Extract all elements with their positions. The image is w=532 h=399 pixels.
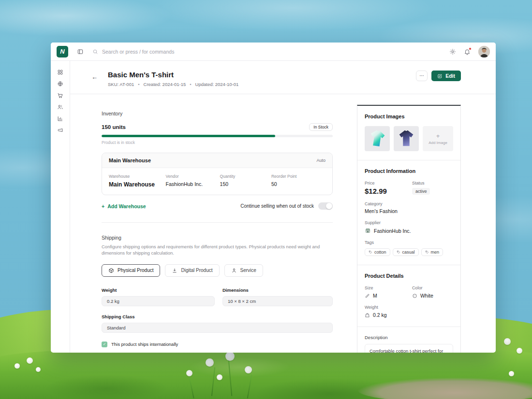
type-digital-product-button[interactable]: Digital Product	[165, 264, 219, 277]
meta-separator: •	[138, 82, 139, 87]
page-header: ← Basic Men's T-shirt SKU: AT-001 • Crea…	[70, 61, 496, 94]
app-body: ← Basic Men's T-shirt SKU: AT-001 • Crea…	[51, 61, 496, 353]
users-icon	[57, 104, 63, 110]
sidebar-item-products[interactable]	[55, 79, 66, 88]
app-logo[interactable]: N	[57, 46, 68, 57]
type-physical-product-button[interactable]: Physical Product	[102, 264, 160, 277]
warehouse-card-title: Main Warehouse	[109, 157, 151, 163]
color-group: Color White	[412, 285, 453, 299]
flower	[245, 366, 252, 373]
international-shipping-row: ✓ This product ships internationally	[102, 342, 333, 347]
product-type-row: Physical Product Digital Product	[102, 264, 333, 277]
description-section: Description Comfortable cotton t-shirt p…	[357, 327, 460, 353]
shipping-class-input[interactable]	[102, 323, 333, 333]
category-label: Category	[365, 201, 453, 206]
tag-pill[interactable]: casual	[393, 248, 419, 256]
international-shipping-checkbox[interactable]: ✓	[102, 342, 107, 347]
stock-progress-track	[102, 135, 333, 137]
warehouse-card-body: Warehouse Main Warehouse Vendor FashionH…	[102, 168, 332, 195]
supplier-label: Supplier	[365, 220, 453, 225]
palette-icon	[412, 293, 417, 299]
warehouse-field: Quantity 150	[220, 174, 271, 188]
sidebar-item-orders[interactable]	[55, 91, 66, 100]
stock-note: Product is in stock	[102, 140, 333, 145]
field-value: 150	[220, 181, 271, 187]
color-value: White	[420, 293, 433, 299]
size-value-row: M	[365, 293, 412, 299]
sidebar-item-marketing[interactable]	[55, 126, 66, 134]
sidebar-item-dashboard[interactable]	[55, 68, 66, 76]
weight-dimensions-grid: Weight Dimensions	[102, 287, 333, 306]
category-group: Category Men's Fashion	[365, 201, 453, 214]
sidebar-item-customers[interactable]	[55, 102, 66, 111]
flower	[186, 370, 192, 376]
tag-icon	[369, 250, 372, 254]
updated-text: Updated: 2024-10-01	[195, 82, 239, 87]
type-service-button[interactable]: Service	[224, 264, 263, 277]
more-button[interactable]: ⋯	[416, 71, 428, 81]
settings-button[interactable]	[449, 48, 456, 55]
flower	[217, 374, 222, 380]
avatar[interactable]	[478, 46, 490, 57]
tags-group: Tags cotton casual	[365, 240, 453, 256]
tags-label: Tags	[365, 240, 453, 245]
dimensions-input[interactable]	[222, 296, 333, 306]
sidebar-toggle-button[interactable]	[77, 48, 84, 55]
weight-input[interactable]	[102, 296, 215, 306]
plus-icon: +	[436, 133, 440, 139]
gear-icon	[449, 48, 456, 55]
description-label: Description	[365, 335, 453, 340]
sidebar-item-analytics[interactable]	[55, 114, 66, 123]
flower	[15, 363, 20, 369]
category-value: Men's Fashion	[365, 208, 453, 214]
search-input[interactable]	[102, 49, 305, 55]
tag-pill[interactable]: cotton	[365, 248, 390, 256]
inventory-section-label: Inventory	[102, 111, 333, 116]
store-icon	[365, 228, 371, 234]
continue-selling-row: Continue selling when out of stock	[240, 202, 333, 210]
back-button[interactable]: ←	[91, 73, 98, 81]
icon-sidebar	[51, 61, 70, 353]
product-image-thumbnail[interactable]	[365, 126, 390, 151]
warehouse-field: Warehouse Main Warehouse	[109, 174, 166, 188]
bar-chart-icon	[57, 115, 63, 122]
megaphone-icon	[57, 127, 63, 133]
tag-label: cotton	[374, 250, 386, 255]
units-row: 150 units In Stock	[102, 123, 333, 131]
edit-button[interactable]: Edit	[431, 71, 461, 81]
image-thumbnails: + Add Image	[365, 126, 453, 151]
tag-pill[interactable]: men	[421, 248, 443, 256]
flower	[509, 371, 514, 376]
field-label: Quantity	[220, 174, 271, 179]
price-label: Price	[365, 181, 412, 185]
supplier-value: FashionHub Inc.	[374, 228, 411, 234]
search-icon	[92, 49, 98, 55]
continue-selling-label: Continue selling when out of stock	[240, 203, 314, 209]
product-details-section: Product Details Size M	[357, 265, 460, 327]
product-details-heading: Product Details	[365, 273, 453, 279]
warehouse-actions-row: + Add Warehouse Continue selling when ou…	[102, 202, 333, 210]
weight-value: 0.2 kg	[373, 312, 387, 318]
color-value-row: White	[412, 293, 453, 299]
stock-progress-fill	[102, 135, 275, 137]
product-image-thumbnail[interactable]	[394, 126, 419, 151]
panel-icon	[77, 48, 84, 55]
type-button-label: Digital Product	[181, 268, 212, 273]
shipping-description: Configure shipping options and requireme…	[102, 243, 333, 256]
plus-icon: +	[102, 203, 104, 209]
price-status-row: Price $12.99 Status active	[365, 181, 453, 195]
product-images-section: Product Images	[357, 106, 460, 160]
notifications-button[interactable]	[464, 48, 471, 55]
type-button-label: Service	[240, 268, 256, 273]
weight-field-group: Weight	[102, 287, 215, 306]
main-panel: ← Basic Men's T-shirt SKU: AT-001 • Crea…	[70, 61, 496, 353]
add-image-button[interactable]: + Add Image	[423, 126, 453, 151]
shipping-class-group: Shipping Class	[102, 314, 333, 333]
description-box[interactable]: Comfortable cotton t-shirt perfect for e…	[365, 344, 453, 353]
add-warehouse-button[interactable]: + Add Warehouse	[102, 203, 146, 209]
international-shipping-label: This product ships internationally	[111, 342, 178, 347]
topbar: N	[51, 43, 496, 61]
edit-pencil-icon	[437, 73, 443, 79]
continue-selling-toggle[interactable]	[318, 202, 333, 210]
content: Inventory 150 units In Stock Product is …	[70, 94, 496, 353]
